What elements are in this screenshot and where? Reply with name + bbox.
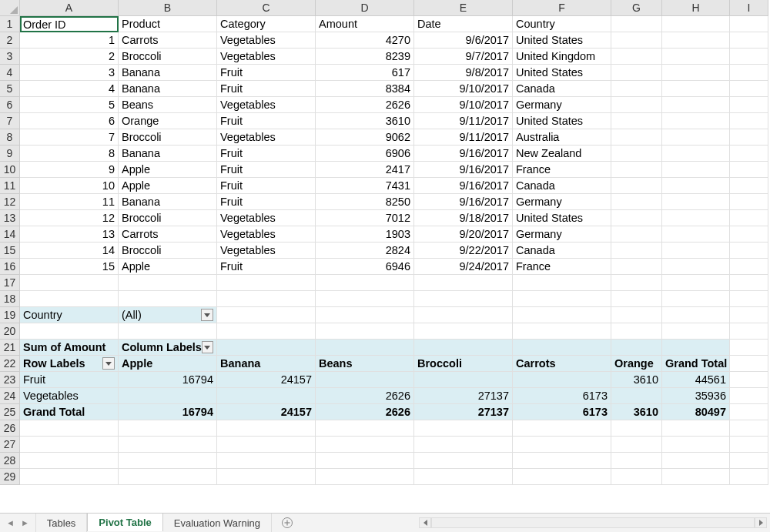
empty-cell[interactable] [730, 49, 768, 65]
cell-category[interactable]: Vegetables [217, 226, 316, 243]
empty-cell[interactable] [611, 129, 662, 146]
add-sheet-button[interactable] [272, 514, 303, 532]
cell-date[interactable]: 9/8/2017 [414, 65, 513, 81]
cell-country[interactable]: United States [513, 210, 611, 226]
cell-category[interactable]: Vegetables [217, 210, 316, 226]
cell-product[interactable]: Apple [119, 162, 217, 178]
row-header-28[interactable]: 28 [0, 453, 20, 469]
empty-cell[interactable] [611, 420, 662, 437]
cell-amount[interactable]: 7012 [316, 210, 414, 226]
cell-category[interactable]: Fruit [217, 259, 316, 275]
row-header-8[interactable]: 8 [0, 129, 20, 146]
empty-cell[interactable] [119, 275, 217, 291]
cell-product[interactable]: Banana [119, 65, 217, 81]
pivot-value[interactable]: 3610 [611, 372, 662, 388]
cell-order-id[interactable]: 7 [20, 129, 119, 146]
cell-amount[interactable]: 4270 [316, 32, 414, 49]
row-header-24[interactable]: 24 [0, 388, 20, 404]
empty-cell[interactable] [730, 16, 768, 32]
row-header-16[interactable]: 16 [0, 259, 20, 275]
empty-cell[interactable] [611, 259, 662, 275]
cell-product[interactable]: Banana [119, 146, 217, 162]
empty-cell[interactable] [730, 243, 768, 259]
empty-cell[interactable] [662, 226, 730, 243]
cell-amount[interactable]: 2626 [316, 97, 414, 113]
pivot-header-cell[interactable] [316, 340, 414, 356]
cell-order-id[interactable]: 3 [20, 65, 119, 81]
empty-cell[interactable] [513, 323, 611, 340]
cell-date[interactable]: 9/18/2017 [414, 210, 513, 226]
pivot-col-apple[interactable]: Apple [119, 356, 217, 372]
cell-category[interactable]: Fruit [217, 146, 316, 162]
row-header-25[interactable]: 25 [0, 404, 20, 420]
cell-date[interactable]: 9/16/2017 [414, 146, 513, 162]
cell-amount[interactable]: 1903 [316, 226, 414, 243]
row-header-26[interactable]: 26 [0, 420, 20, 437]
pivot-col-orange[interactable]: Orange [611, 356, 662, 372]
empty-cell[interactable] [611, 81, 662, 97]
empty-cell[interactable] [316, 453, 414, 469]
cell-product[interactable]: Carrots [119, 226, 217, 243]
row-header-22[interactable]: 22 [0, 356, 20, 372]
row-header-3[interactable]: 3 [0, 49, 20, 65]
empty-cell[interactable] [662, 210, 730, 226]
cell-amount[interactable]: 3610 [316, 113, 414, 129]
pivot-value[interactable] [513, 372, 611, 388]
pivot-filter-value[interactable]: (All) [119, 307, 217, 323]
row-header-5[interactable]: 5 [0, 81, 20, 97]
pivot-filter-label[interactable]: Country [20, 307, 119, 323]
empty-cell[interactable] [730, 291, 768, 307]
pivot-grand-total-value[interactable]: 3610 [611, 404, 662, 420]
cell-category[interactable]: Vegetables [217, 243, 316, 259]
empty-cell[interactable] [217, 323, 316, 340]
pivot-header-cell[interactable] [611, 340, 662, 356]
horizontal-scrollbar[interactable] [419, 514, 770, 532]
pivot-row-labels[interactable]: Row Labels [20, 356, 119, 372]
cell-order-id[interactable]: 12 [20, 210, 119, 226]
row-header-23[interactable]: 23 [0, 372, 20, 388]
empty-cell[interactable] [730, 259, 768, 275]
empty-cell[interactable] [730, 469, 768, 485]
empty-cell[interactable] [414, 275, 513, 291]
cell-order-id[interactable]: 13 [20, 226, 119, 243]
empty-cell[interactable] [730, 372, 768, 388]
pivot-grand-total-value[interactable]: 24157 [217, 404, 316, 420]
cell-country[interactable]: Germany [513, 194, 611, 210]
empty-cell[interactable] [611, 307, 662, 323]
empty-cell[interactable] [316, 291, 414, 307]
empty-cell[interactable] [662, 146, 730, 162]
empty-cell[interactable] [662, 291, 730, 307]
pivot-grand-total-value[interactable]: 2626 [316, 404, 414, 420]
empty-cell[interactable] [414, 291, 513, 307]
pivot-value[interactable] [316, 372, 414, 388]
empty-cell[interactable] [730, 97, 768, 113]
empty-cell[interactable] [662, 469, 730, 485]
empty-cell[interactable] [730, 113, 768, 129]
cell-order-id[interactable]: 5 [20, 97, 119, 113]
sheet-tab-tables[interactable]: Tables [36, 514, 88, 532]
empty-cell[interactable] [513, 420, 611, 437]
empty-cell[interactable] [662, 49, 730, 65]
col-header-C[interactable]: C [217, 0, 316, 16]
pivot-grand-total-label[interactable]: Grand Total [20, 404, 119, 420]
cell-order-id[interactable]: 8 [20, 146, 119, 162]
pivot-grand-total-value[interactable]: 27137 [414, 404, 513, 420]
empty-cell[interactable] [662, 97, 730, 113]
empty-cell[interactable] [217, 453, 316, 469]
row-header-7[interactable]: 7 [0, 113, 20, 129]
cell-country[interactable]: Canada [513, 178, 611, 194]
empty-cell[interactable] [316, 275, 414, 291]
cell-amount[interactable]: 7431 [316, 178, 414, 194]
empty-cell[interactable] [662, 453, 730, 469]
cell-order-id[interactable]: 15 [20, 259, 119, 275]
empty-cell[interactable] [662, 16, 730, 32]
pivot-grand-total-value[interactable]: 16794 [119, 404, 217, 420]
empty-cell[interactable] [662, 420, 730, 437]
empty-cell[interactable] [662, 323, 730, 340]
empty-cell[interactable] [119, 469, 217, 485]
pivot-header-cell[interactable] [662, 340, 730, 356]
cell-date[interactable]: 9/24/2017 [414, 259, 513, 275]
empty-cell[interactable] [611, 275, 662, 291]
row-header-2[interactable]: 2 [0, 32, 20, 49]
cell-product[interactable]: Apple [119, 259, 217, 275]
